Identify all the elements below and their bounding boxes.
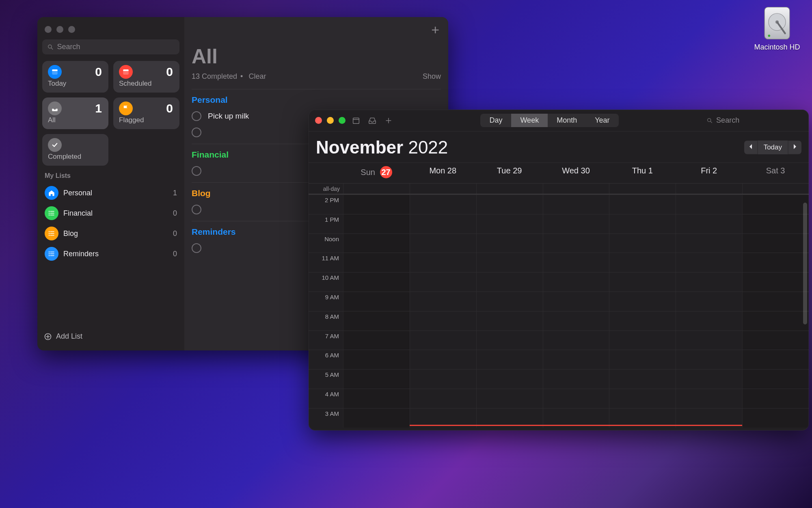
new-event-button[interactable]	[383, 115, 394, 126]
hour-cell[interactable]	[476, 331, 543, 350]
hour-cell[interactable]	[410, 253, 476, 272]
search-input[interactable]	[57, 43, 175, 51]
hour-cell[interactable]	[410, 311, 476, 331]
hour-cell[interactable]	[742, 292, 809, 311]
hour-cell[interactable]	[676, 331, 742, 350]
hour-cell[interactable]	[543, 389, 609, 408]
hour-cell[interactable]	[742, 214, 809, 233]
hour-cell[interactable]	[476, 214, 543, 233]
hour-cell[interactable]	[343, 214, 410, 233]
hour-cell[interactable]	[543, 272, 609, 292]
complete-toggle[interactable]	[192, 205, 201, 214]
list-row-blog[interactable]: Blog0	[42, 223, 179, 244]
hour-cell[interactable]	[676, 234, 742, 253]
hour-cell[interactable]	[343, 389, 410, 408]
hour-cell[interactable]	[343, 234, 410, 253]
day-header[interactable]: Thu 1	[609, 163, 676, 183]
show-button[interactable]: Show	[423, 72, 441, 81]
today-button[interactable]: Today	[758, 141, 788, 154]
hour-cell[interactable]	[676, 350, 742, 369]
prev-week-button[interactable]	[744, 141, 757, 154]
hour-cell[interactable]	[476, 195, 543, 214]
minimize-button[interactable]	[327, 117, 334, 124]
list-row-financial[interactable]: Financial0	[42, 203, 179, 223]
scrollbar-thumb[interactable]	[803, 203, 807, 324]
complete-toggle[interactable]	[192, 111, 201, 121]
hour-cell[interactable]	[609, 195, 676, 214]
hour-cell[interactable]	[410, 331, 476, 350]
zoom-button[interactable]	[339, 117, 346, 124]
smart-scheduled[interactable]: 0 Scheduled	[113, 61, 179, 93]
list-row-personal[interactable]: Personal1	[42, 183, 179, 203]
hour-cell[interactable]	[476, 234, 543, 253]
hour-cell[interactable]	[476, 253, 543, 272]
hour-cell[interactable]	[742, 350, 809, 369]
hour-cell[interactable]	[676, 195, 742, 214]
hour-cell[interactable]	[410, 389, 476, 408]
hour-cell[interactable]	[343, 311, 410, 331]
hour-cell[interactable]	[410, 370, 476, 389]
hour-cell[interactable]	[543, 292, 609, 311]
hour-cell[interactable]	[676, 370, 742, 389]
hour-cell[interactable]	[410, 195, 476, 214]
hour-cell[interactable]	[609, 331, 676, 350]
hour-cell[interactable]	[676, 272, 742, 292]
list-row-reminders[interactable]: Reminders0	[42, 244, 179, 264]
hour-cell[interactable]	[410, 214, 476, 233]
smart-completed[interactable]: Completed	[42, 134, 108, 166]
hour-cell[interactable]	[476, 350, 543, 369]
hour-cell[interactable]	[543, 214, 609, 233]
hour-cell[interactable]	[609, 311, 676, 331]
complete-toggle[interactable]	[192, 166, 201, 176]
hour-cell[interactable]	[609, 234, 676, 253]
day-header[interactable]: Wed 30	[543, 163, 609, 183]
hour-cell[interactable]	[343, 350, 410, 369]
day-header[interactable]: Sun 27	[343, 163, 410, 183]
hour-cell[interactable]	[742, 389, 809, 408]
calendar-search-input[interactable]	[716, 116, 801, 125]
hour-cell[interactable]	[676, 389, 742, 408]
new-reminder-button[interactable]: +	[431, 23, 441, 37]
hour-cell[interactable]	[609, 272, 676, 292]
hour-cell[interactable]	[742, 253, 809, 272]
hour-cell[interactable]	[676, 292, 742, 311]
hour-cell[interactable]	[476, 292, 543, 311]
hour-cell[interactable]	[410, 272, 476, 292]
section-title[interactable]: Personal	[192, 95, 441, 105]
zoom-button[interactable]	[68, 26, 75, 33]
hour-cell[interactable]	[543, 311, 609, 331]
next-week-button[interactable]	[788, 141, 801, 154]
calendars-button[interactable]	[350, 115, 362, 126]
hour-cell[interactable]	[343, 272, 410, 292]
hour-cell[interactable]	[543, 195, 609, 214]
minimize-button[interactable]	[56, 26, 63, 33]
hour-cell[interactable]	[742, 311, 809, 331]
view-day[interactable]: Day	[480, 114, 511, 127]
view-year[interactable]: Year	[586, 114, 618, 127]
hour-cell[interactable]	[410, 234, 476, 253]
day-header[interactable]: Fri 2	[676, 163, 742, 183]
smart-all[interactable]: 1 All	[42, 97, 108, 129]
hour-cell[interactable]	[609, 389, 676, 408]
hour-cell[interactable]	[742, 234, 809, 253]
hour-cell[interactable]	[476, 311, 543, 331]
hour-cell[interactable]	[609, 370, 676, 389]
hour-cell[interactable]	[343, 292, 410, 311]
search-field[interactable]	[42, 39, 179, 54]
hour-grid[interactable]: 2 PM1 PMNoon11 AM10 AM9 AM8 AM7 AM6 AM5 …	[309, 195, 809, 428]
hour-cell[interactable]	[543, 234, 609, 253]
close-button[interactable]	[45, 26, 52, 33]
hour-cell[interactable]	[543, 331, 609, 350]
hour-cell[interactable]	[543, 350, 609, 369]
calendar-search[interactable]	[705, 115, 802, 126]
hour-cell[interactable]	[410, 292, 476, 311]
hour-cell[interactable]	[676, 214, 742, 233]
complete-toggle[interactable]	[192, 128, 201, 137]
hour-cell[interactable]	[476, 370, 543, 389]
day-header[interactable]: Sat 3	[742, 163, 809, 183]
hour-cell[interactable]	[410, 350, 476, 369]
hour-cell[interactable]	[543, 370, 609, 389]
scrollbar[interactable]	[803, 195, 807, 428]
hour-cell[interactable]	[609, 214, 676, 233]
hour-cell[interactable]	[609, 253, 676, 272]
